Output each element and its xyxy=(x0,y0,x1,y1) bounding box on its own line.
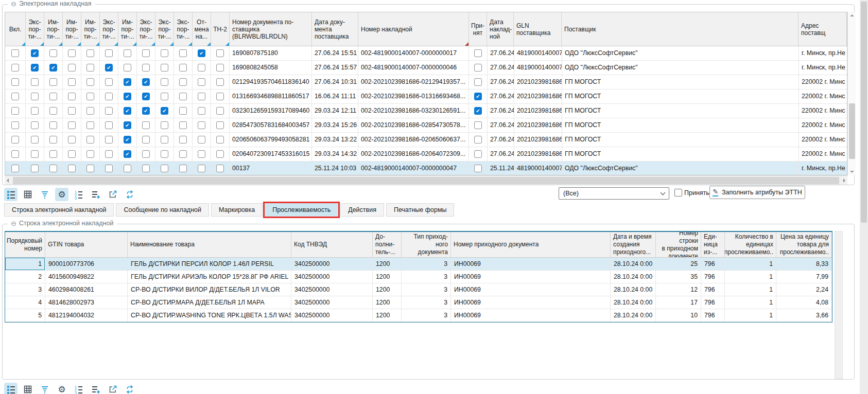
tab[interactable]: Прослеживаемость xyxy=(265,203,338,217)
flag-checkbox[interactable] xyxy=(198,78,205,86)
flag-checkbox[interactable] xyxy=(86,121,94,129)
list-view-icon[interactable] xyxy=(4,383,18,394)
flag-checkbox-cell[interactable] xyxy=(5,162,26,175)
filter-icon[interactable] xyxy=(38,383,51,394)
cell-income-doc-type[interactable]: 3 xyxy=(402,309,451,321)
flag-checkbox[interactable] xyxy=(86,49,94,57)
flag-checkbox-cell[interactable] xyxy=(81,46,100,60)
cell-line-number[interactable]: 3 xyxy=(5,283,45,296)
flag-checkbox-cell[interactable] xyxy=(137,75,155,89)
cell-unit[interactable]: 796 xyxy=(701,309,725,321)
cell-tnved-code[interactable]: 3402500000 xyxy=(291,271,373,283)
flag-checkbox[interactable] xyxy=(124,49,131,57)
cell-supplier-doc-number[interactable]: 0206407230917453316015 xyxy=(230,147,312,161)
cell-supplier-doc-number[interactable]: 1690807875180 xyxy=(230,46,312,60)
flag-checkbox[interactable] xyxy=(161,107,168,115)
flag-checkbox[interactable] xyxy=(11,165,19,172)
flag-checkbox-cell[interactable] xyxy=(44,133,63,147)
window-vertical-scrollbar[interactable] xyxy=(860,0,868,394)
flag-checkbox-cell[interactable] xyxy=(44,46,63,60)
flag-checkbox[interactable] xyxy=(142,107,150,115)
flag-checkbox-cell[interactable] xyxy=(174,133,193,147)
cell-waybill-date[interactable]: 27.06.24 xyxy=(488,89,514,103)
flag-checkbox-cell[interactable] xyxy=(118,89,137,103)
flag-checkbox[interactable] xyxy=(198,121,205,129)
flag-checkbox[interactable] xyxy=(198,136,205,144)
cell-gtin[interactable]: 4812194004032 xyxy=(45,309,128,321)
cell-supplier-doc-number[interactable]: 0285473057831684003457 xyxy=(230,118,312,132)
flag-checkbox[interactable] xyxy=(198,93,205,100)
flag-checkbox-cell[interactable] xyxy=(26,61,44,75)
flag-checkbox-cell[interactable] xyxy=(155,46,174,60)
flag-checkbox-cell[interactable] xyxy=(193,61,211,75)
flag-checkbox-cell[interactable] xyxy=(211,46,230,60)
accepted-checkbox[interactable] xyxy=(474,93,482,100)
flag-checkbox-cell[interactable] xyxy=(81,133,100,147)
flag-checkbox-cell[interactable] xyxy=(44,104,63,118)
cell-supplier[interactable]: ОДО "ЛюксСофтСервис" xyxy=(562,46,799,60)
flag-checkbox[interactable] xyxy=(49,49,57,57)
cell-gtin[interactable]: 4814628002973 xyxy=(45,296,128,309)
flag-checkbox-cell[interactable] xyxy=(81,104,100,118)
flag-checkbox-cell[interactable] xyxy=(100,89,118,103)
flag-checkbox[interactable] xyxy=(216,136,224,144)
cell-extra-code[interactable]: 1200 xyxy=(373,271,402,283)
cell-waybill-number[interactable]: 002-2021023981686-02065060637... xyxy=(358,133,469,147)
flag-checkbox[interactable] xyxy=(105,49,113,57)
flag-checkbox-cell[interactable] xyxy=(118,162,137,175)
flag-checkbox[interactable] xyxy=(198,165,205,172)
flag-checkbox-cell[interactable] xyxy=(26,46,44,60)
flag-checkbox-cell[interactable] xyxy=(118,118,137,132)
refresh-sync-icon[interactable] xyxy=(123,383,136,394)
flag-checkbox[interactable] xyxy=(124,165,131,172)
cell-waybill-number[interactable]: 002-2021023981686-02129419357... xyxy=(358,75,469,89)
tab[interactable]: Маркировка xyxy=(211,203,263,217)
flag-checkbox-cell[interactable] xyxy=(137,133,155,147)
flag-checkbox-cell[interactable] xyxy=(100,133,118,147)
flag-checkbox[interactable] xyxy=(11,121,19,129)
waybill-table-row[interactable]: 0131669346898811860517 16.06.24 11:11 00… xyxy=(5,89,847,104)
flag-checkbox-cell[interactable] xyxy=(193,75,211,89)
cell-accepted[interactable] xyxy=(469,162,488,175)
vertical-scrollbar[interactable] xyxy=(847,12,856,175)
cell-quantity[interactable]: 1 xyxy=(725,309,776,321)
cell-income-doc-type[interactable]: 3 xyxy=(402,271,451,283)
flag-checkbox[interactable] xyxy=(198,64,205,71)
cell-supplier-doc-date[interactable]: 29.03.24 14:32 xyxy=(312,147,358,161)
flag-checkbox-cell[interactable] xyxy=(44,118,63,132)
cell-gtin[interactable]: 9000100773706 xyxy=(45,258,128,270)
waybill-table-row[interactable]: 1690808245058 27.06.24 15:57 002-4819000… xyxy=(5,61,847,75)
flag-checkbox[interactable] xyxy=(68,49,76,57)
flag-checkbox[interactable] xyxy=(49,150,57,158)
cell-line-number[interactable]: 2 xyxy=(5,271,45,283)
cell-waybill-date[interactable]: 27.06.24 xyxy=(488,104,514,118)
flag-checkbox-cell[interactable] xyxy=(174,46,193,60)
cell-tnved-code[interactable]: 3402500000 xyxy=(291,258,373,270)
flag-checkbox-cell[interactable] xyxy=(211,133,230,147)
flag-checkbox[interactable] xyxy=(124,93,131,100)
column-header[interactable]: GTIN товара xyxy=(45,232,128,257)
column-header[interactable]: Номер строки в приходном документе xyxy=(656,232,701,257)
accepted-checkbox[interactable] xyxy=(474,121,482,129)
cell-accepted[interactable] xyxy=(469,89,488,103)
cell-supplier-gln[interactable]: 4819000140007 xyxy=(514,61,562,75)
cell-waybill-date[interactable]: 27.06.24 xyxy=(488,118,514,132)
flag-checkbox[interactable] xyxy=(142,49,150,57)
flag-checkbox[interactable] xyxy=(11,64,19,71)
cell-supplier-doc-date[interactable]: 29.03.24 15:26 xyxy=(312,118,358,132)
traceability-table-row[interactable]: 3 4602984008261 СР-ВО Д/СТИРКИ ВИЛОР Д/Д… xyxy=(5,283,832,296)
flag-checkbox[interactable] xyxy=(161,49,168,57)
cell-income-doc-number[interactable]: ИН00069 xyxy=(451,296,611,309)
flag-checkbox-cell[interactable] xyxy=(137,118,155,132)
column-header[interactable]: Им- пор- ти-... xyxy=(81,12,100,46)
cell-income-created[interactable]: 28.10.24 0:00 xyxy=(611,271,656,283)
flag-checkbox-cell[interactable] xyxy=(44,75,63,89)
flag-checkbox[interactable] xyxy=(161,64,168,71)
column-header[interactable]: Им- пор- ти-... xyxy=(63,12,81,46)
flag-checkbox[interactable] xyxy=(31,150,39,158)
flag-checkbox-cell[interactable] xyxy=(5,46,26,60)
cell-unit[interactable]: 796 xyxy=(701,271,725,283)
cell-waybill-number[interactable]: 002-2021023981686-02854730578... xyxy=(358,118,469,132)
accepted-checkbox[interactable] xyxy=(474,165,482,172)
flag-checkbox-cell[interactable] xyxy=(211,61,230,75)
